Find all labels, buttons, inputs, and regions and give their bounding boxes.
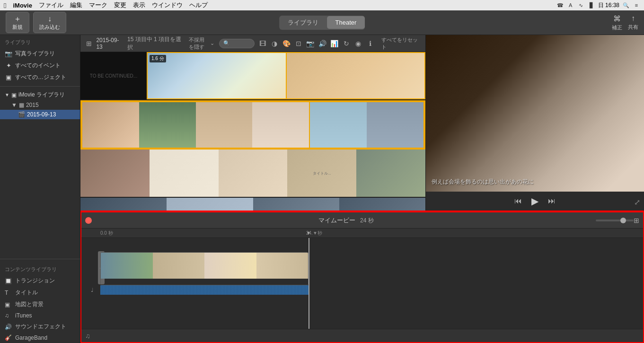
apple-logo-icon:  bbox=[4, 1, 6, 9]
sidebar-year-label: 2015 bbox=[26, 102, 39, 108]
title-text-icon: T bbox=[5, 290, 12, 296]
toolbar-left: ＋ 新規 ↓ 読み込む bbox=[6, 12, 66, 33]
video-icon: 🎬 bbox=[18, 111, 25, 118]
film-icon[interactable]: 🎞 bbox=[259, 39, 266, 48]
chevron-down-icon: ⌄ bbox=[210, 40, 214, 46]
timeline-main: 0.0 秒 24.▼秒 bbox=[81, 229, 643, 329]
add-music-button[interactable]: ♫ bbox=[85, 332, 90, 340]
bluetooth-icon: ☎ bbox=[556, 1, 564, 9]
media-row-2 bbox=[80, 100, 425, 150]
share-button[interactable]: ↑ 共有 bbox=[628, 14, 638, 31]
menu-mark[interactable]: マーク bbox=[89, 1, 107, 9]
tl-label: タイトル bbox=[15, 289, 38, 297]
itunes-icon: ♫ bbox=[5, 312, 12, 319]
right-panel: 例えば会場を飾るのは思い出があの花に ⏮ ▶ ⏭ ⤢ bbox=[426, 35, 644, 211]
menu-file[interactable]: ファイル bbox=[39, 1, 63, 9]
map-icon: ▣ bbox=[5, 301, 12, 308]
next-button[interactable]: ⏭ bbox=[548, 197, 556, 205]
zoom-slider-wrapper bbox=[596, 220, 634, 221]
preview-subtitle: 例えば会場を飾るのは思い出があの花に bbox=[432, 178, 534, 186]
sound-effects-icon: 🔊 bbox=[5, 324, 12, 330]
stabilize-icon[interactable]: ↻ bbox=[342, 39, 351, 48]
search-box[interactable]: 🔍 bbox=[219, 39, 255, 48]
menu-help[interactable]: ヘルプ bbox=[189, 1, 208, 9]
noise-icon[interactable]: ◉ bbox=[353, 39, 362, 48]
share-label: 共有 bbox=[628, 24, 638, 31]
menu-change[interactable]: 変更 bbox=[114, 1, 126, 9]
sidebar-item-all-projects[interactable]: ▣ すべての…ジェクト bbox=[0, 71, 80, 83]
timeline-close-button[interactable]: ✕ bbox=[85, 217, 92, 224]
tab-library[interactable]: ライブラリ bbox=[279, 16, 327, 30]
tl-sidebar-sound-effects[interactable]: 🔊 サウンドエフェクト bbox=[0, 321, 80, 333]
video-track[interactable] bbox=[100, 252, 309, 285]
toolbar-right: ⌘ 補正 ↑ 共有 bbox=[612, 14, 638, 31]
audio-track bbox=[100, 285, 309, 295]
reset-all-btn[interactable]: すべてをリセット bbox=[381, 36, 422, 51]
zoom-slider-thumb[interactable] bbox=[620, 218, 626, 223]
tl-label: GarageBand bbox=[15, 334, 47, 341]
menu-window[interactable]: ウインドウ bbox=[152, 1, 183, 9]
menu-view[interactable]: 表示 bbox=[133, 1, 145, 9]
media-browser: ⊞ 2015-09-13 15 項目中 1 項目を選択 不採用を隠す ⌄ 🔍 🎞 bbox=[80, 35, 426, 211]
new-label: 新規 bbox=[12, 24, 23, 31]
tl-sidebar-map[interactable]: ▣ 地図と背景 bbox=[0, 299, 80, 310]
timeline-content[interactable]: 0.0 秒 24.▼秒 bbox=[81, 229, 643, 329]
tl-sidebar-itunes[interactable]: ♫ iTunes bbox=[0, 310, 80, 321]
prev-button[interactable]: ⏮ bbox=[514, 197, 522, 205]
all-projects-icon: ▣ bbox=[5, 74, 12, 81]
video-track-content bbox=[101, 253, 308, 279]
browser-toolbar-left: ⊞ 2015-09-13 15 項目中 1 項目を選択 bbox=[84, 35, 185, 52]
notification-icon[interactable]: ≡ bbox=[633, 1, 640, 9]
crop-icon[interactable]: ⊡ bbox=[294, 39, 303, 48]
media-grid[interactable]: TO BE CONTINUED... bbox=[80, 52, 425, 211]
tl-sidebar-transition[interactable]: 🔲 トランジション bbox=[0, 275, 80, 287]
sidebar-year-2015[interactable]: ▼ ▦ 2015 bbox=[0, 100, 80, 110]
preview-video-bg: 例えば会場を飾るのは思い出があの花に bbox=[426, 35, 644, 192]
tl-label: サウンドエフェクト bbox=[15, 323, 66, 331]
menu-edit[interactable]: 編集 bbox=[70, 1, 82, 9]
imovie-library-icon: ▣ bbox=[11, 92, 17, 98]
import-label: 読み込む bbox=[39, 24, 60, 31]
all-events-icon: ✦ bbox=[5, 62, 12, 69]
circle-half-icon[interactable]: ◑ bbox=[270, 39, 279, 48]
main-layout: ライブラリ 📷 写真ライブラリ ✦ すべてのイベント ▣ すべての…ジェクト ▼… bbox=[0, 35, 644, 343]
sidebar-item-photo-library[interactable]: 📷 写真ライブラリ bbox=[0, 48, 80, 60]
menu-bar:  iMovie ファイル 編集 マーク 変更 表示 ウインドウ ヘルプ ☎ A… bbox=[0, 0, 644, 10]
music-note-icon: ♩ bbox=[86, 285, 98, 295]
chart-icon[interactable]: 📊 bbox=[330, 39, 339, 48]
contents-library-title: コンテンツライブラリ bbox=[0, 262, 80, 275]
sidebar-item-label: すべてのイベント bbox=[15, 62, 61, 70]
play-button[interactable]: ▶ bbox=[531, 195, 538, 207]
library-section-title: ライブラリ bbox=[0, 35, 80, 48]
audio-icon[interactable]: 🔊 bbox=[318, 39, 327, 48]
share-icon: ↑ bbox=[631, 14, 635, 23]
timeline-header: ✕ マイムービー 24 秒 ⊞ bbox=[81, 212, 643, 229]
sidebar-item-all-events[interactable]: ✦ すべてのイベント bbox=[0, 60, 80, 71]
zoom-slider[interactable] bbox=[596, 220, 634, 221]
info-icon[interactable]: ℹ bbox=[366, 39, 375, 48]
audio-waveform bbox=[100, 285, 309, 295]
hide-rejected-btn[interactable]: 不採用を隠す ⌄ bbox=[189, 36, 214, 51]
grid-view-icon[interactable]: ⊞ bbox=[84, 39, 93, 48]
color-wheel-icon[interactable]: 🎨 bbox=[282, 39, 291, 48]
tab-theater[interactable]: Theater bbox=[327, 16, 365, 29]
sidebar-date-item[interactable]: 🎬 2015-09-13 bbox=[0, 110, 80, 119]
correct-button[interactable]: ⌘ 補正 bbox=[612, 14, 622, 31]
toolbar-tabs: ライブラリ Theater bbox=[279, 16, 365, 30]
browser-toolbar-center: 不採用を隠す ⌄ 🔍 🎞 bbox=[189, 36, 266, 51]
grid-icon[interactable]: ⊞ bbox=[634, 217, 639, 224]
search-icon[interactable]: 🔍 bbox=[622, 1, 630, 9]
timeline-playhead[interactable] bbox=[309, 238, 309, 329]
sidebar: ライブラリ 📷 写真ライブラリ ✦ すべてのイベント ▣ すべての…ジェクト ▼… bbox=[0, 35, 80, 343]
time-display: 日 16:38 bbox=[598, 1, 619, 9]
sidebar-imovie-library[interactable]: ▼ ▣ iMovie ライブラリ bbox=[0, 89, 80, 100]
timeline-duration: 24 秒 bbox=[360, 217, 374, 224]
camera-icon[interactable]: 📷 bbox=[306, 39, 315, 48]
browser-date: 2015-09-13 bbox=[96, 37, 124, 50]
tl-sidebar-garageband[interactable]: 🎸 GarageBand bbox=[0, 333, 80, 343]
tl-label: トランジション bbox=[15, 277, 55, 285]
import-button[interactable]: ↓ 読み込む bbox=[33, 12, 66, 33]
tl-sidebar-title[interactable]: T タイトル bbox=[0, 287, 80, 299]
fullscreen-icon[interactable]: ⤢ bbox=[634, 198, 640, 207]
new-button[interactable]: ＋ 新規 bbox=[6, 12, 29, 33]
